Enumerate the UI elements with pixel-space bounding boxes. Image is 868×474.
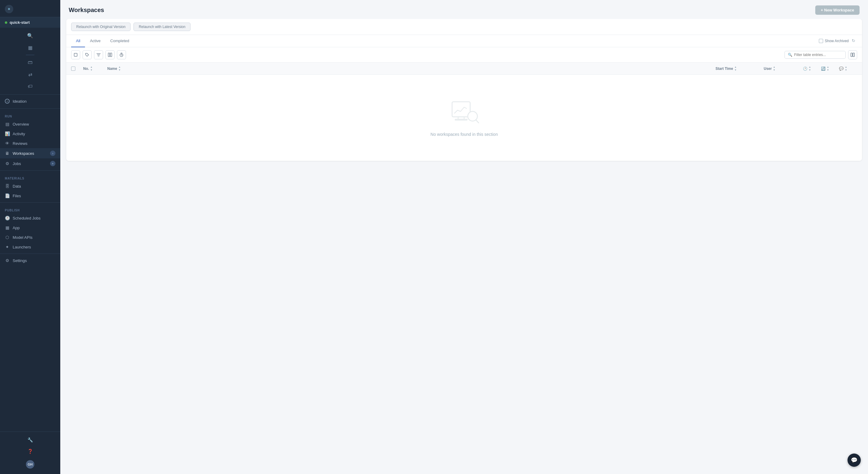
main-scrollable: Relaunch with Original Version Relaunch … (60, 19, 868, 474)
show-archived-toggle[interactable]: Show Archived (819, 39, 849, 43)
workspaces-card: Relaunch with Original Version Relaunch … (66, 19, 862, 161)
th-col7-sort[interactable]: ▲▼ (845, 66, 847, 71)
tag-icon-btn[interactable] (83, 50, 92, 59)
timer-icon (119, 53, 124, 57)
chat-bubble-button[interactable]: 💬 (847, 453, 861, 467)
column-settings-btn[interactable] (848, 50, 857, 59)
tab-completed[interactable]: Completed (105, 35, 134, 47)
ideation-label: Ideation (13, 99, 27, 104)
settings-label: Settings (13, 259, 27, 263)
tab-active-label: Active (90, 39, 100, 43)
th-checkbox (71, 67, 83, 71)
column-settings-icon (850, 53, 855, 57)
jobs-plus-badge[interactable]: + (50, 161, 56, 166)
th-col6[interactable]: 🔄 ▲▼ (821, 66, 839, 71)
sidebar-item-settings[interactable]: ⚙ Settings (0, 256, 60, 265)
th-start-time-sort[interactable]: ▲▼ (734, 66, 737, 71)
app-logo-icon[interactable]: ✦ (5, 5, 13, 13)
tab-active[interactable]: Active (85, 35, 105, 47)
project-name: quick-start (10, 20, 30, 25)
sidebar-tools-icon[interactable]: 🔧 (0, 434, 60, 446)
sidebar-item-files[interactable]: 📄 Files (0, 191, 60, 201)
sidebar-item-overview[interactable]: ▤ Overview (0, 119, 60, 129)
filter-icon (96, 53, 101, 57)
main-header: Workspaces + New Workspace (60, 0, 868, 19)
sidebar-item-scheduled-jobs[interactable]: 🕐 Scheduled Jobs (0, 213, 60, 223)
materials-section-label: MATERIALS (0, 173, 60, 181)
launchers-icon: ✦ (5, 244, 10, 249)
user-avatar[interactable]: GH (26, 460, 34, 469)
data-icon: 🗄 (5, 184, 10, 189)
th-col5[interactable]: 🕐 ▲▼ (803, 66, 821, 71)
sidebar-item-model-apis[interactable]: ⬡ Model APIs (0, 233, 60, 242)
show-archived-checkbox[interactable] (819, 39, 823, 43)
svg-rect-4 (851, 53, 852, 57)
project-header[interactable]: quick-start (0, 17, 60, 28)
sidebar: ✦ quick-start 🔍 ▦ 🗃 ⇄ 🏷 ⊙ Ideation RUN ▤… (0, 0, 60, 474)
run-section-label: RUN (0, 110, 60, 119)
sidebar-item-activity[interactable]: 📊 Activity (0, 129, 60, 138)
th-col6-sort[interactable]: ▲▼ (827, 66, 829, 71)
sidebar-item-ideation[interactable]: ⊙ Ideation (0, 96, 60, 107)
sidebar-divider-1 (0, 108, 60, 109)
th-start-time[interactable]: Start Time ▲▼ (715, 66, 764, 71)
table-toolbar: 🔍 (66, 47, 862, 63)
sidebar-help-icon[interactable]: ❓ (0, 446, 60, 457)
svg-rect-0 (74, 53, 77, 56)
show-archived-label: Show Archived (825, 39, 849, 43)
new-workspace-button[interactable]: + New Workspace (815, 5, 860, 15)
sidebar-item-jobs[interactable]: ⚙ Jobs + (0, 159, 60, 169)
svg-rect-5 (853, 53, 855, 57)
search-box: 🔍 (784, 51, 846, 59)
sidebar-item-data[interactable]: 🗄 Data (0, 181, 60, 191)
th-user[interactable]: User ▲▼ (764, 66, 803, 71)
filter-icon-btn[interactable] (94, 50, 103, 59)
sidebar-grid-icon[interactable]: ▦ (25, 42, 36, 53)
sidebar-divider-3 (0, 202, 60, 203)
sidebar-item-reviews[interactable]: 👁 Reviews (0, 138, 60, 148)
th-user-sort[interactable]: ▲▼ (773, 66, 775, 71)
app-icon: ▦ (5, 225, 10, 230)
sidebar-item-workspaces[interactable]: 🖥 Workspaces › (0, 148, 60, 159)
th-col7-icon: 💬 (839, 67, 844, 71)
select-all-checkbox[interactable] (71, 67, 75, 71)
main-content-area: Workspaces + New Workspace Relaunch with… (60, 0, 868, 474)
tab-all[interactable]: All (71, 35, 85, 47)
sidebar-search-icon[interactable]: 🔍 (25, 30, 36, 41)
relaunch-original-button[interactable]: Relaunch with Original Version (71, 23, 130, 31)
tab-completed-label: Completed (110, 39, 129, 43)
sidebar-tag-icon[interactable]: 🏷 (25, 81, 36, 92)
stop-icon-btn[interactable] (71, 50, 80, 59)
timer-icon-btn[interactable] (117, 50, 126, 59)
sidebar-item-launchers[interactable]: ✦ Launchers (0, 242, 60, 252)
search-input[interactable] (794, 53, 842, 57)
toolbar-left (71, 50, 126, 59)
empty-state-icon (449, 99, 479, 127)
jobs-icon: ⚙ (5, 161, 10, 166)
tabs-left: All Active Completed (71, 35, 134, 47)
columns-icon-btn[interactable] (105, 50, 115, 59)
sidebar-divider-line (26, 55, 34, 55)
svg-line-11 (476, 120, 478, 123)
th-no-sort[interactable]: ▲▼ (90, 66, 93, 71)
sidebar-transfer-icon[interactable]: ⇄ (25, 69, 36, 80)
refresh-icon[interactable]: ↻ (852, 38, 857, 44)
tabs-right: Show Archived ↻ (819, 38, 857, 44)
th-col7[interactable]: 💬 ▲▼ (839, 66, 857, 71)
reviews-icon: 👁 (5, 141, 10, 146)
relaunch-latest-button[interactable]: Relaunch with Latest Version (133, 23, 190, 31)
overview-icon: ▤ (5, 122, 10, 127)
sidebar-item-app[interactable]: ▦ App (0, 223, 60, 233)
data-label: Data (13, 184, 21, 189)
files-icon: 📄 (5, 193, 10, 198)
sidebar-avatar[interactable]: GH (0, 457, 60, 472)
th-no[interactable]: No. ▲▼ (83, 66, 107, 71)
sidebar-layers-icon[interactable]: 🗃 (25, 57, 36, 68)
tag-icon (85, 53, 89, 57)
stop-icon (73, 53, 78, 57)
th-col5-sort[interactable]: ▲▼ (809, 66, 811, 71)
overview-label: Overview (13, 122, 29, 127)
th-name[interactable]: Name ▲▼ (107, 66, 715, 71)
th-name-sort[interactable]: ▲▼ (119, 66, 121, 71)
th-no-label: No. (83, 67, 89, 71)
